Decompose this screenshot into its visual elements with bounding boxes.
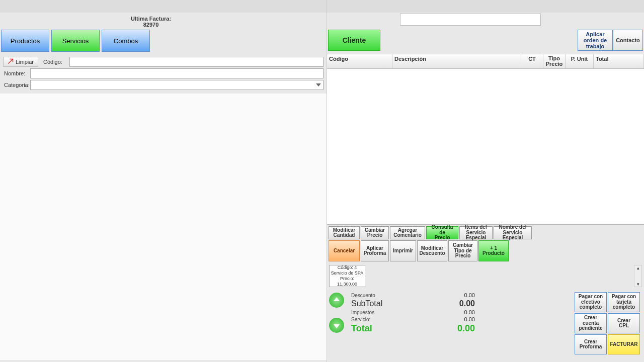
contacto-button[interactable]: Contacto	[613, 30, 643, 51]
modificar-descuento-button[interactable]: Modificar Descuento	[417, 240, 447, 261]
items-servicio-button[interactable]: Items del Servicio Especial	[459, 226, 493, 239]
product-list-area	[0, 94, 327, 360]
subtotal-label: SubTotal	[349, 299, 420, 308]
clear-icon	[8, 58, 14, 65]
scroll-down-icon[interactable]: ▾	[634, 282, 641, 287]
descuento-label: Descuento	[349, 293, 420, 298]
arrow-down-icon	[329, 318, 344, 333]
invoice-grid-header: Código Descripción CT Tipo Precio P. Uni…	[327, 54, 644, 69]
modificar-cantidad-button[interactable]: Modificar Cantidad	[329, 226, 360, 239]
clear-button[interactable]: Limpiar	[3, 57, 38, 67]
top-search-input[interactable]	[400, 14, 541, 26]
crear-cuenta-button[interactable]: Crear cuenta pendiente	[575, 313, 607, 333]
tab-combos[interactable]: Combos	[102, 30, 150, 52]
pagar-tarjeta-button[interactable]: Pagar con tarjeta completo	[608, 292, 640, 312]
arrow-up-icon	[329, 293, 344, 308]
impuestos-value: 0.00	[420, 309, 480, 315]
facturar-button[interactable]: FACTURAR	[608, 334, 640, 354]
codigo-label: Código:	[42, 59, 69, 65]
crear-proforma-button[interactable]: Crear Proforma	[575, 334, 607, 354]
pagar-efectivo-button[interactable]: Pagar con efectivo completo	[575, 292, 607, 312]
subtotal-value: 0.00	[420, 299, 480, 308]
cambiar-tipo-precio-button[interactable]: Cambiar Tipo de Precio	[448, 240, 477, 261]
cambiar-precio-button[interactable]: Cambiar Precio	[361, 226, 389, 239]
mas-uno-producto-button[interactable]: + 1 Producto	[478, 240, 509, 261]
cliente-button[interactable]: Cliente	[328, 30, 380, 51]
crear-cpl-button[interactable]: Crear CPL	[608, 313, 640, 333]
agregar-comentario-button[interactable]: Agregar Comentario	[390, 226, 425, 239]
nombre-label: Nombre:	[3, 70, 30, 76]
cancelar-button[interactable]: Cancelar	[329, 240, 360, 261]
recent-scrollbar[interactable]: ▴ ▾	[634, 265, 642, 287]
imprimir-button[interactable]: Imprimir	[390, 240, 416, 261]
nombre-input[interactable]	[30, 68, 324, 78]
categoria-label: Categoria:	[3, 82, 30, 88]
recent-item-card[interactable]: Código: 4 Servicio de SPA Precio: 11,300…	[329, 265, 365, 287]
descuento-value: 0.00	[420, 292, 480, 298]
impuestos-label: Impuestos	[349, 310, 420, 315]
codigo-input[interactable]	[69, 57, 324, 67]
servicio-label: Servicio:	[349, 317, 420, 322]
last-invoice-label: Ultima Factura: 82970	[131, 16, 171, 28]
tab-servicios[interactable]: Servicios	[51, 30, 100, 52]
consulta-precio-button[interactable]: Consulta de Precio	[426, 226, 458, 239]
aplicar-proforma-button[interactable]: Aplicar Proforma	[361, 240, 389, 261]
aplicar-orden-button[interactable]: Aplicar orden de trabajo	[578, 30, 613, 51]
tab-productos[interactable]: Productos	[1, 30, 49, 52]
invoice-grid-body[interactable]	[327, 69, 644, 225]
scroll-up-icon[interactable]: ▴	[634, 265, 641, 270]
total-label: Total	[349, 323, 420, 334]
categoria-select[interactable]	[30, 80, 324, 90]
servicio-value: 0.00	[420, 316, 480, 322]
total-value: 0.00	[420, 323, 480, 334]
nombre-servicio-button[interactable]: Nombre del Servicio Especial	[494, 226, 532, 239]
